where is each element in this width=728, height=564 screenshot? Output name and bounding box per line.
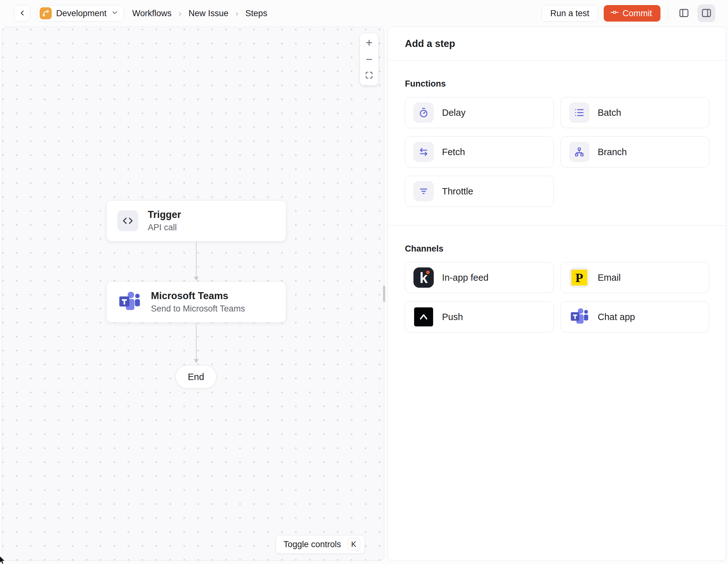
fit-view-button[interactable] — [360, 68, 378, 84]
step-card-label: Delay — [442, 107, 465, 118]
trigger-node[interactable]: Trigger API call — [106, 200, 286, 241]
channel-card-label: In-app feed — [442, 272, 489, 283]
commit-button[interactable]: Commit — [604, 5, 660, 22]
step-card-delay[interactable]: Delay — [405, 97, 554, 128]
microsoft-teams-node[interactable]: Microsoft Teams Send to Microsoft Teams — [106, 281, 286, 323]
zoom-in-button[interactable]: + — [360, 35, 378, 51]
panel-header: Add a step — [388, 27, 726, 61]
commit-label: Commit — [623, 9, 652, 18]
teams-node-title: Microsoft Teams — [151, 290, 245, 302]
breadcrumb-separator: › — [179, 8, 181, 18]
git-branch-icon — [40, 7, 52, 19]
channel-card-in-app-feed[interactable]: k In-app feed — [405, 262, 554, 293]
toggle-left-panel-button[interactable] — [676, 5, 692, 21]
step-card-batch[interactable]: Batch — [561, 97, 709, 128]
hierarchy-icon — [569, 142, 589, 162]
trigger-node-subtitle: API call — [148, 223, 181, 232]
ms-teams-icon — [569, 307, 589, 327]
environment-selector[interactable]: Development — [37, 5, 124, 22]
channel-card-label: Push — [442, 312, 463, 322]
end-node[interactable]: End — [175, 365, 217, 389]
back-button[interactable] — [14, 5, 30, 22]
code-icon — [117, 210, 138, 231]
step-card-label: Fetch — [442, 147, 465, 157]
breadcrumb-new-issue[interactable]: New Issue — [188, 9, 228, 18]
channel-card-push[interactable]: Push — [405, 302, 554, 333]
toggle-controls-label: Toggle controls — [283, 540, 341, 549]
toggle-right-panel-button[interactable] — [698, 4, 715, 22]
edge-arrow — [192, 323, 200, 365]
breadcrumb-steps[interactable]: Steps — [245, 9, 267, 18]
zoom-controls: + − — [360, 33, 378, 85]
keyboard-shortcut-badge: K — [348, 538, 360, 551]
filter-lines-icon — [413, 181, 434, 201]
channel-card-chat-app[interactable]: Chat app — [561, 302, 709, 333]
topbar-divider — [668, 6, 669, 20]
step-card-branch[interactable]: Branch — [561, 136, 709, 167]
section-divider — [388, 225, 726, 225]
panel-title: Add a step — [405, 38, 455, 49]
run-a-test-button[interactable]: Run a test — [542, 5, 598, 22]
step-card-label: Branch — [598, 147, 627, 157]
stopwatch-icon — [413, 102, 434, 123]
breadcrumb: Workflows › New Issue › Steps — [132, 8, 267, 18]
panel-resize-handle[interactable] — [383, 286, 385, 302]
edge-arrow — [192, 242, 200, 283]
trigger-node-title: Trigger — [148, 209, 181, 220]
zoom-out-button[interactable]: − — [360, 51, 378, 68]
notification-dot — [426, 270, 430, 274]
breadcrumb-workflows[interactable]: Workflows — [132, 9, 172, 18]
step-card-throttle[interactable]: Throttle — [405, 176, 554, 207]
chevron-left-icon — [18, 9, 26, 18]
add-step-panel: Add a step Functions Delay Batch Fetch — [387, 27, 726, 561]
expo-icon — [413, 307, 434, 327]
breadcrumb-separator: › — [236, 8, 238, 18]
channel-card-label: Chat app — [598, 312, 635, 322]
toggle-controls-button[interactable]: Toggle controls K — [276, 535, 365, 554]
environment-label: Development — [56, 9, 107, 18]
functions-heading: Functions — [405, 79, 726, 89]
step-card-label: Throttle — [442, 186, 473, 197]
chevron-down-icon — [111, 9, 119, 18]
top-bar: Development Workflows › New Issue › Step… — [0, 0, 728, 27]
panel-left-icon — [678, 7, 690, 20]
ms-teams-icon — [117, 290, 141, 314]
commit-icon — [610, 8, 619, 19]
channels-grid: k In-app feed P Email Push Chat app — [405, 262, 709, 333]
list-icon — [569, 102, 589, 123]
teams-node-subtitle: Send to Microsoft Teams — [151, 304, 245, 314]
swap-arrows-icon — [413, 142, 434, 162]
step-card-label: Batch — [598, 107, 621, 118]
fit-view-icon — [365, 69, 374, 82]
workflow-canvas[interactable]: Trigger API call Microsoft Teams Send to… — [2, 27, 384, 561]
mouse-cursor — [0, 556, 6, 564]
panel-right-icon — [701, 7, 712, 20]
channel-card-email[interactable]: P Email — [561, 262, 709, 293]
step-card-fetch[interactable]: Fetch — [405, 136, 554, 167]
knock-icon: k — [413, 267, 434, 288]
topbar-actions: Run a test Commit — [542, 4, 715, 22]
channels-heading: Channels — [405, 244, 726, 254]
channel-card-label: Email — [598, 272, 621, 283]
functions-grid: Delay Batch Fetch Branch Throttle — [405, 97, 709, 207]
postmark-icon: P — [569, 267, 589, 288]
